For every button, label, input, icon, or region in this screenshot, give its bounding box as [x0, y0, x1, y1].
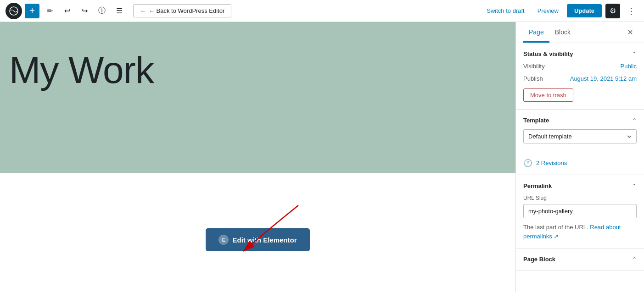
page-block-chevron-icon: ⌃ [632, 256, 637, 263]
publish-row: Publish August 19, 2021 5:12 am [523, 75, 637, 82]
page-title: My Work [9, 50, 497, 91]
wp-logo[interactable] [6, 3, 22, 19]
template-header[interactable]: Template ⌃ [523, 117, 637, 124]
chevron-up-icon: ⌃ [632, 51, 637, 57]
status-visibility-section: Status & visibility ⌃ Visibility Public … [516, 43, 644, 110]
visibility-row: Visibility Public [523, 63, 637, 70]
tab-page[interactable]: Page [523, 22, 549, 43]
publish-value[interactable]: August 19, 2021 5:12 am [570, 75, 637, 82]
undo-button[interactable]: ↩ [60, 4, 74, 18]
page-hero-section: My Work [0, 22, 515, 173]
external-icon: ↗ [554, 233, 559, 240]
redo-icon: ↪ [82, 6, 88, 15]
permalink-header[interactable]: Permalink ⌃ [523, 182, 637, 189]
list-icon: ☰ [116, 6, 123, 15]
toolbar: + ✏ ↩ ↪ ⓘ ☰ ← ← Back to WordPress Editor… [0, 0, 644, 22]
info-icon: ⓘ [98, 6, 106, 16]
url-slug-input[interactable] [523, 204, 637, 218]
gear-icon: ⚙ [610, 6, 616, 15]
permalink-title: Permalink [523, 182, 552, 189]
revisions-row[interactable]: 🕐 2 Revisions [516, 151, 644, 175]
sidebar-tabs: Page Block × [516, 22, 644, 43]
url-slug-label: URL Slug [523, 195, 637, 201]
redo-button[interactable]: ↪ [77, 4, 92, 18]
ellipsis-icon: ⋮ [627, 6, 635, 16]
info-button[interactable]: ⓘ [95, 4, 109, 18]
visibility-value[interactable]: Public [621, 63, 637, 70]
more-options-button[interactable]: ⋮ [624, 4, 638, 18]
template-chevron-up-icon: ⌃ [632, 117, 637, 124]
back-arrow-icon: ← [140, 7, 146, 14]
revisions-label: 2 Revisions [536, 160, 567, 166]
switch-to-draft-button[interactable]: Switch to draft [482, 5, 529, 17]
pencil-icon: ✏ [47, 6, 53, 15]
list-view-button[interactable]: ☰ [112, 4, 127, 18]
tab-block[interactable]: Block [549, 22, 576, 43]
page-content-area: E Edit with Elementor [0, 173, 515, 292]
canvas-area: My Work E Edit with Elementor [0, 22, 515, 292]
settings-button[interactable]: ⚙ [605, 4, 620, 18]
sidebar-close-button[interactable]: × [624, 23, 637, 41]
page-block-header[interactable]: Page Block ⌃ [523, 256, 637, 263]
main-area: My Work E Edit with Elementor [0, 22, 644, 292]
page-block-title: Page Block [523, 256, 555, 263]
elementor-icon: E [218, 235, 229, 245]
template-select[interactable]: Default template [523, 129, 637, 143]
toolbar-right-actions: Switch to draft Preview Update ⚙ ⋮ [482, 4, 638, 18]
page-block-section: Page Block ⌃ [516, 248, 644, 270]
edit-with-elementor-button[interactable]: E Edit with Elementor [206, 228, 309, 251]
visibility-label: Visibility [523, 63, 545, 70]
plus-icon: + [29, 6, 35, 16]
permalink-section: Permalink ⌃ URL Slug The last part of th… [516, 175, 644, 248]
template-title: Template [523, 117, 549, 124]
undo-icon: ↩ [64, 6, 70, 15]
move-to-trash-button[interactable]: Move to trash [523, 88, 573, 102]
back-to-editor-button[interactable]: ← ← Back to WordPress Editor [133, 4, 231, 17]
permalink-chevron-up-icon: ⌃ [632, 183, 637, 189]
template-section: Template ⌃ Default template [516, 110, 644, 151]
status-visibility-header[interactable]: Status & visibility ⌃ [523, 50, 637, 57]
sidebar-panel: Page Block × Status & visibility ⌃ Visib… [515, 22, 644, 292]
edit-tool-button[interactable]: ✏ [42, 4, 57, 18]
permalink-description: The last part of the URL. Read about per… [523, 223, 637, 241]
publish-label: Publish [523, 75, 543, 82]
preview-button[interactable]: Preview [533, 5, 563, 17]
add-block-button[interactable]: + [25, 4, 39, 18]
update-button[interactable]: Update [567, 4, 602, 17]
clock-icon: 🕐 [523, 159, 532, 167]
status-visibility-title: Status & visibility [523, 50, 573, 57]
